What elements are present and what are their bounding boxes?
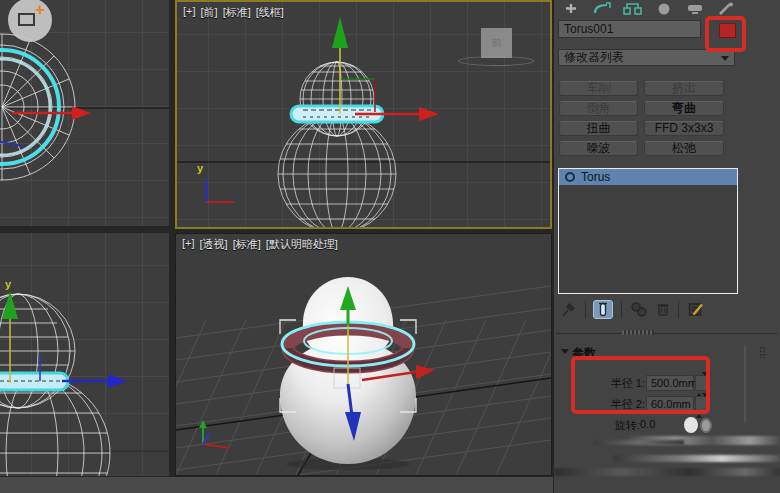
viewport-menu-bar: [+] [透视] [标准] [默认明暗处理] bbox=[182, 237, 338, 252]
modifier-button-twist[interactable]: 扭曲 bbox=[559, 121, 638, 136]
rollout-collapse-icon bbox=[561, 349, 569, 354]
viewport-left[interactable]: y bbox=[0, 233, 169, 476]
pin-stack-icon[interactable] bbox=[560, 300, 578, 322]
rollout-grip-dots bbox=[759, 346, 766, 358]
modifier-button-relax[interactable]: 松弛 bbox=[644, 141, 724, 156]
screenshot-overlay-badge[interactable]: + bbox=[8, 0, 52, 42]
viewport-pov-menu[interactable]: [前] bbox=[201, 5, 218, 20]
left-view-wireframe bbox=[0, 233, 169, 476]
modifier-button-lathe[interactable]: 车削 bbox=[559, 81, 638, 96]
command-panel: 修改器列表 车削 挤出 倒角 弯曲 扭曲 FFD 3x3x3 噪波 松弛 Tor… bbox=[554, 0, 780, 493]
stack-toolbar bbox=[554, 300, 780, 320]
make-unique-icon[interactable] bbox=[630, 300, 648, 322]
modifier-button-ffd[interactable]: FFD 3x3x3 bbox=[644, 121, 724, 136]
tab-utilities[interactable] bbox=[715, 0, 737, 15]
tab-modify[interactable] bbox=[591, 0, 613, 15]
modifier-button-noise[interactable]: 噪波 bbox=[559, 141, 638, 156]
stack-item-torus[interactable]: Torus bbox=[559, 169, 737, 185]
viewport-general-menu[interactable]: [+] bbox=[182, 237, 195, 252]
tab-motion[interactable] bbox=[653, 0, 675, 15]
annotation-highlight-color-swatch bbox=[705, 16, 746, 52]
capture-frame-icon bbox=[18, 13, 35, 26]
smear-blob bbox=[700, 418, 712, 433]
viewcube[interactable]: 前 bbox=[481, 28, 512, 58]
perspective-scene bbox=[176, 234, 551, 475]
modifier-list-label: 修改器列表 bbox=[564, 50, 624, 64]
axis-label-y: y bbox=[5, 278, 11, 290]
smear-blob bbox=[684, 417, 698, 433]
modifier-button-bend[interactable]: 弯曲 bbox=[644, 101, 724, 116]
viewport-shading-menu[interactable]: [默认明暗处理] bbox=[266, 237, 338, 252]
modifier-button-bevel[interactable]: 倒角 bbox=[559, 101, 638, 116]
smear-streak bbox=[594, 440, 684, 445]
rotation-input[interactable]: 0.0 bbox=[640, 418, 655, 430]
chevron-down-icon bbox=[721, 56, 729, 61]
y-axis-gizmo-arrow[interactable] bbox=[2, 291, 18, 319]
viewport-menu-bar: [+] [前] [标准] [线框] bbox=[183, 5, 284, 20]
y-axis-gizmo-arrow[interactable] bbox=[332, 17, 348, 48]
stack-item-label: Torus bbox=[581, 170, 610, 184]
viewport-perspective[interactable]: [+] [透视] [标准] [默认明暗处理] bbox=[175, 233, 552, 476]
rollout-splitter[interactable] bbox=[556, 333, 778, 334]
tab-hierarchy[interactable] bbox=[622, 0, 644, 15]
annotation-highlight-radius-params bbox=[571, 356, 710, 414]
param-row-rotation: 旋转: 0.0 bbox=[554, 417, 780, 433]
smear-streak bbox=[554, 468, 780, 476]
param-label: 旋转: bbox=[615, 418, 640, 433]
torus-icon bbox=[565, 172, 575, 182]
remove-modifier-icon[interactable] bbox=[654, 300, 672, 322]
configure-modifier-sets-icon[interactable] bbox=[687, 300, 705, 322]
command-panel-tabs bbox=[554, 0, 780, 15]
viewport-shading-menu[interactable]: [线框] bbox=[256, 5, 284, 20]
smear-streak bbox=[614, 455, 780, 462]
viewport-pov-menu[interactable]: [透视] bbox=[200, 237, 228, 252]
viewport-bottom-strip bbox=[0, 477, 553, 493]
object-name-input[interactable] bbox=[558, 20, 701, 38]
show-end-result-icon[interactable] bbox=[593, 300, 613, 319]
axis-label-y: y bbox=[197, 162, 203, 174]
viewport-front-active[interactable]: [+] [前] [标准] [线框] 前 bbox=[175, 0, 552, 229]
viewport-standard-menu[interactable]: [标准] bbox=[223, 5, 251, 20]
viewport-general-menu[interactable]: [+] bbox=[183, 5, 196, 20]
viewport-standard-menu[interactable]: [标准] bbox=[233, 237, 261, 252]
tab-display[interactable] bbox=[684, 0, 706, 15]
plus-icon: + bbox=[35, 1, 45, 18]
axis-tripod bbox=[206, 179, 234, 202]
splitter-grip[interactable] bbox=[622, 330, 654, 335]
modifier-stack-list[interactable]: Torus bbox=[558, 168, 738, 294]
tab-create[interactable] bbox=[560, 0, 582, 15]
viewport-top[interactable]: + bbox=[0, 0, 169, 226]
3dsmax-window: + bbox=[0, 0, 780, 493]
modifier-button-extrude[interactable]: 挤出 bbox=[644, 81, 724, 96]
